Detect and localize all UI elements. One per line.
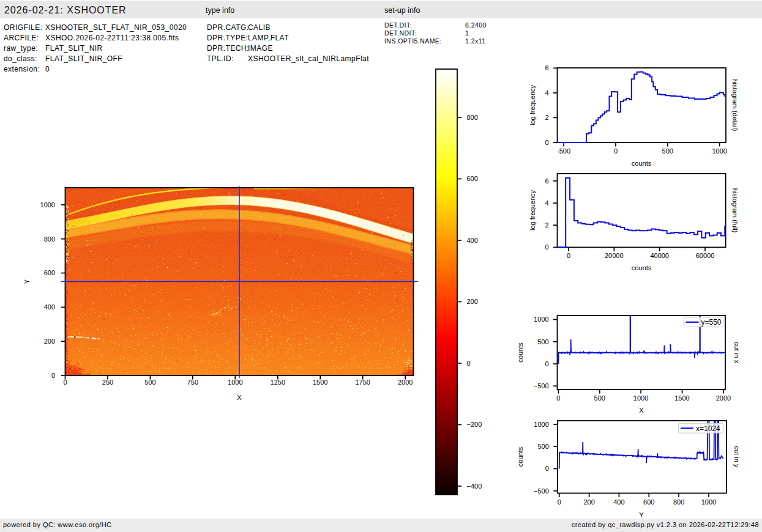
svg-text:histogram (detail): histogram (detail) bbox=[731, 79, 739, 131]
svg-text:600: 600 bbox=[643, 498, 654, 506]
svg-text:800: 800 bbox=[44, 235, 55, 243]
svg-text:log frequency: log frequency bbox=[529, 84, 536, 125]
svg-text:500: 500 bbox=[594, 394, 605, 402]
svg-text:−500: −500 bbox=[534, 382, 549, 390]
svg-text:Y: Y bbox=[23, 279, 31, 284]
svg-text:1750: 1750 bbox=[355, 379, 370, 386]
svg-text:0: 0 bbox=[558, 498, 561, 506]
svg-text:1000: 1000 bbox=[534, 316, 548, 323]
svg-text:500: 500 bbox=[662, 147, 673, 155]
svg-text:40000: 40000 bbox=[650, 252, 669, 259]
svg-text:1500: 1500 bbox=[313, 379, 327, 386]
svg-text:2: 2 bbox=[545, 221, 548, 229]
svg-text:1500: 1500 bbox=[674, 394, 689, 402]
svg-text:1000: 1000 bbox=[534, 421, 548, 428]
svg-text:200: 200 bbox=[467, 298, 478, 305]
svg-text:1000: 1000 bbox=[712, 147, 727, 155]
svg-text:6: 6 bbox=[545, 64, 548, 72]
svg-text:1000: 1000 bbox=[701, 498, 716, 506]
svg-text:0: 0 bbox=[567, 252, 570, 259]
svg-text:20000: 20000 bbox=[605, 252, 624, 259]
svg-text:600: 600 bbox=[467, 175, 478, 182]
svg-text:200: 200 bbox=[583, 498, 594, 506]
svg-text:500: 500 bbox=[537, 443, 548, 450]
svg-text:2000: 2000 bbox=[398, 379, 413, 386]
svg-text:0: 0 bbox=[545, 243, 548, 251]
svg-text:0: 0 bbox=[63, 379, 67, 386]
svg-text:cut in y: cut in y bbox=[733, 446, 741, 468]
svg-text:y=550: y=550 bbox=[701, 318, 722, 327]
svg-text:2: 2 bbox=[545, 114, 548, 121]
svg-text:counts: counts bbox=[517, 342, 524, 363]
svg-text:500: 500 bbox=[144, 379, 155, 386]
svg-text:1250: 1250 bbox=[271, 379, 285, 386]
svg-text:-500: -500 bbox=[557, 147, 570, 155]
svg-text:−200: −200 bbox=[467, 421, 482, 428]
svg-text:0: 0 bbox=[545, 465, 549, 472]
svg-text:−400: −400 bbox=[467, 482, 482, 490]
svg-text:60000: 60000 bbox=[696, 252, 715, 259]
svg-text:4: 4 bbox=[545, 89, 548, 97]
svg-text:750: 750 bbox=[187, 379, 198, 386]
svg-text:−500: −500 bbox=[534, 487, 549, 495]
svg-text:800: 800 bbox=[673, 498, 684, 506]
svg-text:counts: counts bbox=[517, 446, 524, 467]
svg-text:log frequency: log frequency bbox=[529, 190, 536, 231]
svg-text:250: 250 bbox=[102, 379, 113, 386]
svg-text:6: 6 bbox=[545, 177, 548, 185]
svg-text:600: 600 bbox=[44, 269, 55, 276]
svg-text:0: 0 bbox=[614, 147, 618, 155]
svg-text:x=1024: x=1024 bbox=[696, 424, 720, 433]
svg-text:0: 0 bbox=[51, 372, 55, 379]
svg-text:histogram (full): histogram (full) bbox=[731, 188, 739, 233]
svg-text:X: X bbox=[639, 407, 644, 414]
svg-text:400: 400 bbox=[467, 237, 478, 244]
svg-text:Y: Y bbox=[639, 511, 644, 519]
svg-text:400: 400 bbox=[613, 498, 624, 506]
svg-text:1000: 1000 bbox=[633, 394, 648, 402]
svg-text:1000: 1000 bbox=[40, 201, 55, 209]
svg-text:0: 0 bbox=[556, 394, 560, 402]
svg-text:800: 800 bbox=[467, 114, 478, 121]
svg-text:1000: 1000 bbox=[228, 379, 242, 386]
svg-text:400: 400 bbox=[44, 303, 55, 311]
svg-text:200: 200 bbox=[44, 338, 55, 345]
svg-text:500: 500 bbox=[537, 338, 548, 345]
svg-text:0: 0 bbox=[545, 360, 548, 368]
svg-text:X: X bbox=[237, 394, 242, 401]
svg-text:2000: 2000 bbox=[716, 394, 731, 402]
svg-text:0: 0 bbox=[545, 139, 548, 146]
svg-text:0: 0 bbox=[467, 360, 471, 367]
svg-text:counts: counts bbox=[632, 264, 652, 272]
svg-text:counts: counts bbox=[632, 160, 652, 167]
svg-text:4: 4 bbox=[545, 199, 548, 207]
svg-text:cut in x: cut in x bbox=[733, 342, 741, 363]
